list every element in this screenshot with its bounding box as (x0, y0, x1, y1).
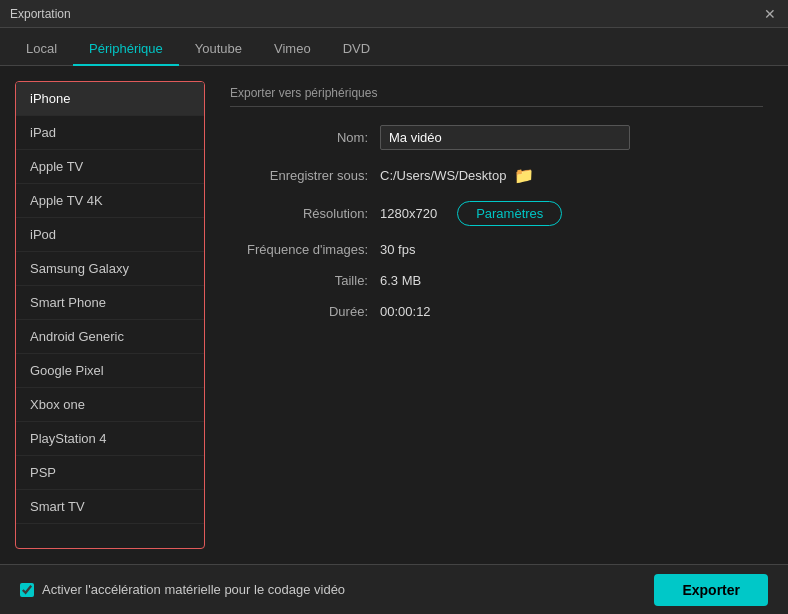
bottom-bar: Activer l'accélération matérielle pour l… (0, 564, 788, 614)
device-list: iPhoneiPadApple TVApple TV 4KiPodSamsung… (15, 81, 205, 549)
name-input[interactable] (380, 125, 630, 150)
fps-row: Fréquence d'images: 30 fps (230, 242, 763, 257)
fps-value: 30 fps (380, 242, 415, 257)
title-bar: Exportation ✕ (0, 0, 788, 28)
save-label: Enregistrer sous: (230, 168, 380, 183)
tab-local[interactable]: Local (10, 33, 73, 66)
size-label: Taille: (230, 273, 380, 288)
export-button[interactable]: Exporter (654, 574, 768, 606)
name-label: Nom: (230, 130, 380, 145)
name-row: Nom: (230, 125, 763, 150)
device-item-smart-phone[interactable]: Smart Phone (16, 286, 204, 320)
device-item-iphone[interactable]: iPhone (16, 82, 204, 116)
window-title: Exportation (10, 7, 71, 21)
device-item-psp[interactable]: PSP (16, 456, 204, 490)
device-item-apple-tv-4k[interactable]: Apple TV 4K (16, 184, 204, 218)
device-item-xbox-one[interactable]: Xbox one (16, 388, 204, 422)
hardware-accel-checkbox[interactable] (20, 583, 34, 597)
size-row: Taille: 6.3 MB (230, 273, 763, 288)
resolution-label: Résolution: (230, 206, 380, 221)
device-item-samsung-galaxy[interactable]: Samsung Galaxy (16, 252, 204, 286)
device-item-playstation-4[interactable]: PlayStation 4 (16, 422, 204, 456)
device-item-google-pixel[interactable]: Google Pixel (16, 354, 204, 388)
tab-peripherique[interactable]: Périphérique (73, 33, 179, 66)
duration-label: Durée: (230, 304, 380, 319)
device-item-android-generic[interactable]: Android Generic (16, 320, 204, 354)
save-row: Enregistrer sous: C:/Users/WS/Desktop 📁 (230, 166, 763, 185)
path-row: C:/Users/WS/Desktop 📁 (380, 166, 534, 185)
device-item-smart-tv[interactable]: Smart TV (16, 490, 204, 524)
save-path: C:/Users/WS/Desktop (380, 168, 506, 183)
export-panel: Exporter vers périphériques Nom: Enregis… (220, 81, 773, 549)
hardware-accel-row: Activer l'accélération matérielle pour l… (20, 582, 345, 597)
tab-bar: Local Périphérique Youtube Vimeo DVD (0, 28, 788, 66)
size-value: 6.3 MB (380, 273, 421, 288)
tab-dvd[interactable]: DVD (327, 33, 386, 66)
duration-value: 00:00:12 (380, 304, 431, 319)
tab-vimeo[interactable]: Vimeo (258, 33, 327, 66)
device-item-apple-tv[interactable]: Apple TV (16, 150, 204, 184)
resolution-value: 1280x720 (380, 206, 437, 221)
hardware-accel-label: Activer l'accélération matérielle pour l… (42, 582, 345, 597)
params-button[interactable]: Paramètres (457, 201, 562, 226)
tab-youtube[interactable]: Youtube (179, 33, 258, 66)
resolution-row: Résolution: 1280x720 Paramètres (230, 201, 763, 226)
device-item-ipod[interactable]: iPod (16, 218, 204, 252)
fps-label: Fréquence d'images: (230, 242, 380, 257)
folder-icon[interactable]: 📁 (514, 166, 534, 185)
main-content: iPhoneiPadApple TVApple TV 4KiPodSamsung… (0, 66, 788, 564)
export-panel-title: Exporter vers périphériques (230, 86, 763, 107)
device-item-ipad[interactable]: iPad (16, 116, 204, 150)
resolution-value-row: 1280x720 Paramètres (380, 201, 562, 226)
close-button[interactable]: ✕ (762, 6, 778, 22)
duration-row: Durée: 00:00:12 (230, 304, 763, 319)
